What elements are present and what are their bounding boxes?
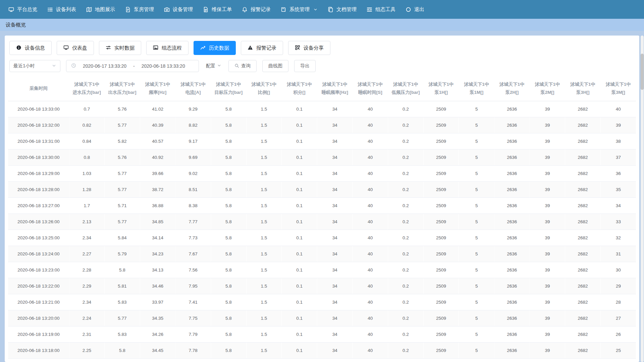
cell-value: 2636 xyxy=(494,101,530,117)
nav-item-pump-station[interactable]: 泵房管理 xyxy=(120,0,159,19)
col-header-metric: 沭城天下1中出水压力[bar] xyxy=(105,76,140,101)
nav-item-device-list[interactable]: 设备列表 xyxy=(42,0,81,19)
nav-item-map-display[interactable]: 地图展示 xyxy=(81,0,120,19)
power-icon xyxy=(406,7,411,12)
vertical-scrollbar-track[interactable] xyxy=(641,36,644,362)
cell-value: 5 xyxy=(459,197,494,214)
cell-value: 5.77 xyxy=(105,181,140,197)
date-start-value[interactable]: 2020-06-17 13:33:20 xyxy=(83,63,126,69)
col-header-metric: 沭城天下1中电流[A] xyxy=(175,76,211,101)
cell-value: 40.92 xyxy=(140,149,175,165)
table-row: 2020-06-18 13:22:002.295.8134.467.955.81… xyxy=(8,278,636,294)
cell-value: 7.77 xyxy=(175,214,211,230)
col-header-metric-name: 频率[Hz] xyxy=(141,88,174,97)
cell-time: 2020-06-18 13:18:00 xyxy=(8,342,69,358)
nav-item-platform-overview[interactable]: 平台总览 xyxy=(3,0,42,19)
cell-value: 39 xyxy=(530,149,565,165)
cell-value: 5 xyxy=(459,246,494,262)
col-header-device: 沭城天下1中 xyxy=(70,80,103,88)
cell-value: 7.78 xyxy=(175,342,211,358)
chevron-down-icon xyxy=(313,7,318,12)
nav-item-system-manage[interactable]: 系统管理 xyxy=(276,0,323,19)
col-header-device: 沭城天下1中 xyxy=(425,80,458,88)
map-icon xyxy=(86,7,92,12)
cell-value: 5.77 xyxy=(105,117,140,133)
date-end-value[interactable]: 2020-06-18 13:33:20 xyxy=(142,63,185,69)
cell-value: 2636 xyxy=(494,310,530,326)
cell-value: 2636 xyxy=(494,278,530,294)
cell-value: 5 xyxy=(459,133,494,149)
cell-value: 33 xyxy=(600,214,636,230)
cell-value: 1.5 xyxy=(246,133,282,149)
tab-dashboard[interactable]: 仪表盘 xyxy=(57,41,94,55)
tab-device-info[interactable]: 设备信息 xyxy=(9,41,52,55)
nav-item-config-tool[interactable]: 组态工具 xyxy=(362,0,400,19)
cell-value: 5.8 xyxy=(211,294,247,310)
export-button[interactable]: 导出 xyxy=(294,60,316,72)
time-range-select[interactable]: 最近1小时 xyxy=(9,60,60,72)
cell-value: 2509 xyxy=(423,310,459,326)
cell-value: 5.77 xyxy=(105,214,140,230)
cell-value: 7.67 xyxy=(175,246,211,262)
col-header-metric: 沭城天下1中泵3H[] xyxy=(565,76,601,101)
cell-value: 2682 xyxy=(565,214,601,230)
cell-value: 2509 xyxy=(423,342,459,358)
cell-value: 5.83 xyxy=(105,326,140,342)
query-button[interactable]: 查询 xyxy=(228,60,257,72)
col-header-metric-name: 泵3H[] xyxy=(567,88,599,97)
cell-value: 39 xyxy=(530,214,565,230)
cell-value: 0.1 xyxy=(282,149,317,165)
cell-value: 5.8 xyxy=(211,197,247,214)
col-header-metric-name: 睡眠频率[Hz] xyxy=(318,88,351,97)
cell-value: 34 xyxy=(317,262,353,278)
cell-value: 2682 xyxy=(565,165,601,181)
col-header-metric: 沭城天下1中睡眠频率[Hz] xyxy=(317,76,353,101)
col-header-device: 沭城天下1中 xyxy=(602,80,635,88)
nav-item-doc-manage[interactable]: 文档管理 xyxy=(323,0,362,19)
tab-device-share[interactable]: 设备分享 xyxy=(288,41,330,55)
curve-chart-button[interactable]: 曲线图 xyxy=(262,60,288,72)
table-row: 2020-06-18 13:30:000.85.7640.929.695.81.… xyxy=(8,149,636,165)
tab-alarm-log[interactable]: 报警记录 xyxy=(241,41,283,55)
pump-file-icon xyxy=(125,7,131,12)
cell-value: 2.34 xyxy=(69,230,105,246)
cell-value: 0.2 xyxy=(388,197,424,214)
cell-value: 0.2 xyxy=(388,342,424,358)
cell-value: 5.8 xyxy=(105,262,140,278)
cell-value: 2509 xyxy=(423,278,459,294)
cell-value: 40 xyxy=(353,149,388,165)
cell-value: 0.1 xyxy=(282,197,317,214)
config-dropdown[interactable]: 配置 xyxy=(205,63,223,69)
tab-history-data[interactable]: 历史数据 xyxy=(194,41,236,55)
tab-label: 报警记录 xyxy=(256,45,276,51)
cell-value: 2509 xyxy=(423,117,459,133)
cell-time: 2020-06-18 13:25:00 xyxy=(8,230,69,246)
nav-item-logout[interactable]: 退出 xyxy=(400,0,429,19)
cell-value: 0.1 xyxy=(282,133,317,149)
table-row: 2020-06-18 13:21:002.345.8333.977.415.81… xyxy=(8,294,636,310)
cell-value: 2509 xyxy=(423,214,459,230)
tab-config-flow[interactable]: 组态流程 xyxy=(146,41,189,55)
cell-value: 5 xyxy=(459,117,494,133)
nav-item-alarm-records[interactable]: 报警记录 xyxy=(237,0,276,19)
nav-item-maintenance-order[interactable]: 维保工单 xyxy=(198,0,237,19)
cell-value: 31 xyxy=(600,246,636,262)
cell-value: 0.2 xyxy=(388,133,424,149)
cell-value: 2636 xyxy=(494,246,530,262)
monitor-icon xyxy=(8,7,14,12)
col-header-device: 沭城天下1中 xyxy=(567,80,599,88)
cell-value: 2636 xyxy=(494,358,530,362)
tab-realtime-data[interactable]: 实时数据 xyxy=(99,41,141,55)
cell-value: 5 xyxy=(459,101,494,117)
date-range-input[interactable]: 2020-06-17 13:33:20 - 2020-06-18 13:33:2… xyxy=(66,60,199,72)
vertical-scrollbar-thumb[interactable] xyxy=(641,54,644,90)
cell-value: 5 xyxy=(459,278,494,294)
cell-value: 2509 xyxy=(423,326,459,342)
cell-value: 2509 xyxy=(423,262,459,278)
list-icon xyxy=(47,7,53,12)
col-header-metric-name: 泵1H[] xyxy=(425,88,458,97)
cell-value: 34.26 xyxy=(140,326,175,342)
cell-value: 2636 xyxy=(494,197,530,214)
nav-item-device-manage[interactable]: 设备管理 xyxy=(159,0,198,19)
cell-value: 5.76 xyxy=(105,149,140,165)
